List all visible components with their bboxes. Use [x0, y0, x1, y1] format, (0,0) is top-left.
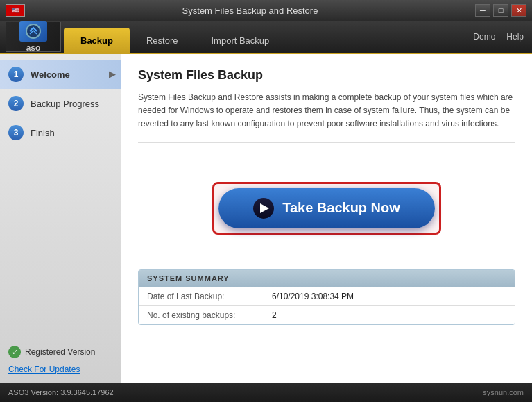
sidebar-finish-label: Finish: [31, 128, 55, 138]
backup-button-label: Take Backup Now: [282, 200, 400, 216]
brand-label: sysnun.com: [483, 388, 524, 396]
title-bar-left: 🇺🇸: [6, 4, 25, 17]
title-bar-controls: ─ □ ✕: [475, 4, 526, 17]
menu-help[interactable]: Help: [506, 32, 524, 42]
title-bar: 🇺🇸 System Files Backup and Restore ─ □ ✕: [0, 0, 532, 21]
summary-row-existing-backups: No. of existing backups: 2: [139, 305, 515, 324]
existing-backups-label: No. of existing backups:: [147, 310, 272, 320]
existing-backups-value: 2: [272, 310, 277, 320]
app-name: aso: [26, 43, 41, 53]
registered-version: ✓ Registered Version: [8, 346, 112, 358]
menu-tabs: Backup Restore Import Backup: [64, 21, 286, 53]
flag-icon: 🇺🇸: [6, 4, 25, 17]
registered-label: Registered Version: [25, 347, 95, 357]
check-updates-link[interactable]: Check For Updates: [8, 365, 80, 374]
summary-row-last-backup: Date of Last Backup: 6/10/2019 3:08:34 P…: [139, 287, 515, 305]
step-2-icon: 2: [8, 96, 24, 111]
summary-header: SYSTEM SUMMARY: [139, 270, 515, 287]
tab-backup[interactable]: Backup: [64, 28, 130, 53]
last-backup-label: Date of Last Backup:: [147, 292, 272, 301]
status-bar: ASO3 Version: 3.9.3645.17962 sysnun.com: [0, 383, 532, 402]
menu-demo[interactable]: Demo: [473, 32, 495, 42]
sidebar-welcome-label: Welcome: [31, 69, 70, 80]
version-label: ASO3 Version: 3.9.3645.17962: [8, 388, 114, 396]
step-1-icon: 1: [8, 67, 24, 82]
step-3-icon: 3: [8, 125, 24, 140]
app-logo: aso: [6, 22, 61, 52]
last-backup-value: 6/10/2019 3:08:34 PM: [272, 292, 354, 301]
play-triangle: [260, 203, 269, 213]
backup-button-wrapper: Take Backup Now: [212, 182, 441, 235]
sidebar-item-welcome[interactable]: 1 Welcome ▶: [0, 60, 121, 89]
sidebar-item-backup-progress[interactable]: 2 Backup Progress: [0, 89, 121, 118]
sidebar-bottom: ✓ Registered Version Check For Updates: [0, 337, 121, 383]
menu-right: Demo Help: [473, 32, 532, 42]
play-icon: [253, 198, 274, 219]
registered-icon: ✓: [8, 346, 21, 358]
backup-button-area: Take Backup Now: [138, 154, 515, 269]
maximize-button[interactable]: □: [493, 4, 508, 17]
take-backup-now-button[interactable]: Take Backup Now: [218, 188, 435, 228]
tab-restore[interactable]: Restore: [130, 28, 195, 53]
minimize-button[interactable]: ─: [475, 4, 490, 17]
sidebar-arrow-welcome: ▶: [109, 69, 115, 79]
content-area: System Files Backup System Files Backup …: [121, 54, 532, 383]
system-summary: SYSTEM SUMMARY Date of Last Backup: 6/10…: [138, 269, 515, 325]
menu-bar: aso Backup Restore Import Backup Demo He…: [0, 21, 532, 54]
content-description: System Files Backup and Restore assists …: [138, 91, 515, 143]
tab-import-backup[interactable]: Import Backup: [195, 28, 286, 53]
sidebar-backup-progress-label: Backup Progress: [31, 99, 99, 109]
close-button[interactable]: ✕: [511, 4, 526, 17]
sidebar-item-finish[interactable]: 3 Finish: [0, 118, 121, 147]
content-title: System Files Backup: [138, 68, 515, 83]
main-layout: 1 Welcome ▶ 2 Backup Progress 3 Finish ✓…: [0, 54, 532, 383]
window-title: System Files Backup and Restore: [25, 6, 475, 16]
sidebar: 1 Welcome ▶ 2 Backup Progress 3 Finish ✓…: [0, 54, 121, 383]
